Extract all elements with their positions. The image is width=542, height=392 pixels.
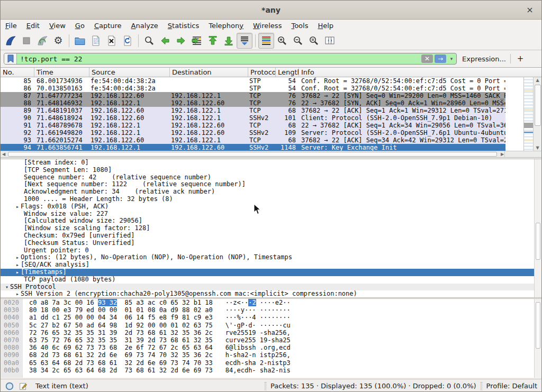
start-capture-icon[interactable] — [3, 33, 19, 49]
menu-file[interactable]: File — [1, 21, 22, 31]
hex-bytes[interactable]: 36 40 6c 69 62 73 73 68 2e 6f 72 67 2c 6… — [23, 344, 213, 351]
detail-line[interactable]: Checksum: 0x79ed [unverified] — [1, 232, 541, 240]
menu-help[interactable]: Help — [313, 21, 338, 31]
column-header-length[interactable]: Length — [276, 68, 299, 77]
hex-bytes[interactable]: 80 18 00 e3 79 ed 00 00 01 01 08 0a d9 8… — [23, 306, 213, 314]
column-header-no[interactable]: No. — [1, 68, 34, 77]
detail-line[interactable]: Sequence number: 42 (relative sequence n… — [1, 174, 541, 181]
details-vscrollbar[interactable] — [534, 159, 541, 297]
detail-line[interactable]: [Calculated window size: 29056] — [1, 217, 541, 225]
find-packet-icon[interactable] — [141, 33, 157, 49]
menu-statistics[interactable]: Statistics — [163, 21, 204, 31]
close-file-icon[interactable] — [104, 33, 120, 49]
packet-list-header[interactable]: No.TimeSourceDestinationProtocolLengthIn… — [1, 68, 541, 77]
hscroll-thumb[interactable] — [8, 152, 497, 157]
packet-row-89[interactable]: 8971.648191037192.168.122.60192.168.122.… — [1, 107, 505, 114]
hex-ascii[interactable]: ···%···4 ········ — [213, 314, 291, 321]
detail-line[interactable]: [TCP Segment Len: 1080] — [1, 167, 541, 174]
hex-ascii[interactable]: ecdh-sha 2-nistp3 — [213, 359, 291, 367]
column-header-source[interactable]: Source — [89, 68, 170, 77]
capture-options-icon[interactable]: ⚙ — [50, 33, 66, 49]
filter-dropdown-icon[interactable]: ▾ — [448, 54, 455, 63]
go-first-icon[interactable] — [205, 33, 221, 49]
filter-clear-icon[interactable]: ✕ — [421, 54, 433, 63]
save-file-icon[interactable]: 010101100011 — [88, 33, 104, 49]
details-scroll-thumb[interactable] — [536, 223, 540, 260]
hex-ascii[interactable]: ····y··· ········ — [213, 306, 291, 314]
detail-line[interactable]: [Window size scaling factor: 128] — [1, 225, 541, 232]
zoom-in-icon[interactable] — [274, 33, 290, 49]
go-last-icon[interactable] — [221, 33, 237, 49]
hex-bytes[interactable]: c0 a8 7a 3c 00 16 93 32 85 a3 ac c0 65 3… — [23, 299, 213, 306]
resize-columns-icon[interactable] — [322, 33, 338, 49]
packet-row-94[interactable]: 9471.663856741192.168.122.1192.168.122.6… — [1, 144, 505, 151]
hex-row-0040[interactable]: 0040a1 dd c1 25 00 00 04 34 06 14 f5 e8 … — [1, 314, 541, 321]
open-file-icon[interactable] — [72, 33, 88, 49]
filter-bookmark-icon[interactable] — [4, 53, 17, 64]
menu-analyze[interactable]: Analyze — [127, 21, 163, 31]
expanded-icon[interactable]: ▾ — [4, 284, 10, 291]
menu-view[interactable]: View — [44, 21, 70, 31]
detail-line[interactable]: [Checksum Status: Unverified] — [1, 240, 541, 247]
display-filter-input[interactable] — [17, 55, 421, 63]
go-to-packet-icon[interactable] — [189, 33, 205, 49]
column-header-time[interactable]: Time — [34, 68, 89, 77]
hex-bytes[interactable]: a1 dd c1 25 00 00 04 34 06 14 f5 e8 f9 8… — [23, 314, 213, 321]
hex-ascii[interactable]: \'·gP·d· ······cu — [213, 322, 291, 329]
detail-line[interactable]: ▸[Timestamps] — [1, 269, 541, 276]
packet-row-88[interactable]: 8871.648146932192.168.122.1192.168.122.6… — [1, 99, 505, 107]
menu-tools[interactable]: Tools — [286, 21, 313, 31]
column-header-info[interactable]: Info — [299, 68, 541, 77]
column-header-protocol[interactable]: Protocol — [248, 68, 276, 77]
detail-line[interactable]: [Next sequence number: 1122 (relative se… — [1, 181, 541, 188]
packet-row-90[interactable]: 9071.648618924192.168.122.60192.168.122.… — [1, 114, 505, 122]
hex-ascii[interactable]: ··z<···2 ····e2·· — [213, 299, 291, 306]
packet-row-86[interactable]: 8670.013850163fe:54:00:d4:38:2aSTP54Conf… — [1, 85, 505, 92]
hex-row-0060[interactable]: 006072 76 65 32 35 35 31 39 2d 73 68 61 … — [1, 329, 541, 336]
menu-telephony[interactable]: Telephony — [204, 21, 248, 31]
go-forward-icon[interactable] — [173, 33, 189, 49]
hex-row-0050[interactable]: 00505c 27 b2 67 50 ad 64 98 1d 92 00 00 … — [1, 322, 541, 329]
hex-bytes[interactable]: 68 2d 73 68 61 32 2d 6e 69 73 74 70 32 3… — [23, 351, 213, 359]
hex-row-0080[interactable]: 008036 40 6c 69 62 73 73 68 2e 6f 72 67 … — [1, 344, 541, 351]
detail-line[interactable]: [Stream index: 0] — [1, 159, 541, 167]
scroll-up-icon[interactable]: ▲ — [534, 77, 541, 84]
detail-line[interactable]: ▸Options: (12 bytes), No-Operation (NOP)… — [1, 254, 541, 261]
menu-edit[interactable]: Edit — [22, 21, 44, 31]
add-filter-button[interactable]: + — [515, 54, 526, 63]
close-icon[interactable]: × — [525, 5, 535, 15]
hex-row-0030[interactable]: 003080 18 00 e3 79 ed 00 00 01 01 08 0a … — [1, 306, 541, 314]
collapsed-icon[interactable]: ▸ — [14, 261, 21, 269]
hex-ascii[interactable]: 84,ecdh- sha2-nis — [213, 367, 291, 374]
hex-bytes[interactable]: 5c 27 b2 67 50 ad 64 98 1d 92 00 00 01 0… — [23, 322, 213, 329]
packet-list-vscrollbar[interactable]: ▲ ▼ — [533, 77, 541, 151]
hex-row-0090[interactable]: 009068 2d 73 68 61 32 2d 6e 69 73 74 70 … — [1, 351, 541, 359]
auto-scroll-icon[interactable] — [237, 33, 252, 49]
collapsed-icon[interactable]: ▸ — [14, 254, 21, 261]
stop-capture-icon[interactable] — [19, 33, 34, 49]
detail-line[interactable]: Urgent pointer: 0 — [1, 247, 541, 254]
status-profile[interactable]: Profile: Default — [486, 382, 537, 390]
title-bar[interactable]: *any × — [1, 1, 541, 20]
expert-info-icon[interactable] — [5, 381, 14, 391]
hex-ascii[interactable]: rve25519 -sha256, — [213, 329, 291, 336]
detail-line[interactable]: ▸SSH Version 2 (encryption:chacha20-poly… — [1, 290, 541, 297]
packet-bytes-pane[interactable]: 0020c0 a8 7a 3c 00 16 93 32 85 a3 ac c0 … — [1, 299, 541, 378]
detail-line[interactable]: Acknowledgment number: 34 (relative ack … — [1, 188, 541, 196]
packet-row-91[interactable]: 9171.648789678192.168.122.1192.168.122.6… — [1, 122, 505, 129]
column-header-destination[interactable]: Destination — [170, 68, 248, 77]
detail-line[interactable]: 1000 .... = Header Length: 32 bytes (8) — [1, 196, 541, 203]
packet-row-93[interactable]: 9371.662015274192.168.122.60192.168.122.… — [1, 136, 505, 144]
reload-file-icon[interactable] — [120, 33, 136, 49]
hex-bytes[interactable]: 65 63 64 68 2d 73 68 61 32 2d 6e 69 73 7… — [23, 359, 213, 367]
collapsed-icon[interactable]: ▸ — [14, 290, 21, 297]
detail-line[interactable]: ▾SSH Protocol — [1, 284, 541, 291]
packet-row-92[interactable]: 9271.661949820192.168.122.1192.168.122.6… — [1, 129, 505, 136]
zoom-100-icon[interactable] — [306, 33, 322, 49]
collapsed-icon[interactable]: ▸ — [14, 269, 21, 276]
scroll-thumb[interactable] — [535, 85, 541, 126]
capture-comment-icon[interactable] — [19, 381, 28, 391]
detail-line[interactable]: ▸[SEQ/ACK analysis] — [1, 261, 541, 269]
menu-wireless[interactable]: Wireless — [248, 21, 286, 31]
hex-row-00b0[interactable]: 00b038 34 2c 65 63 64 68 2d 73 68 61 32 … — [1, 367, 541, 374]
